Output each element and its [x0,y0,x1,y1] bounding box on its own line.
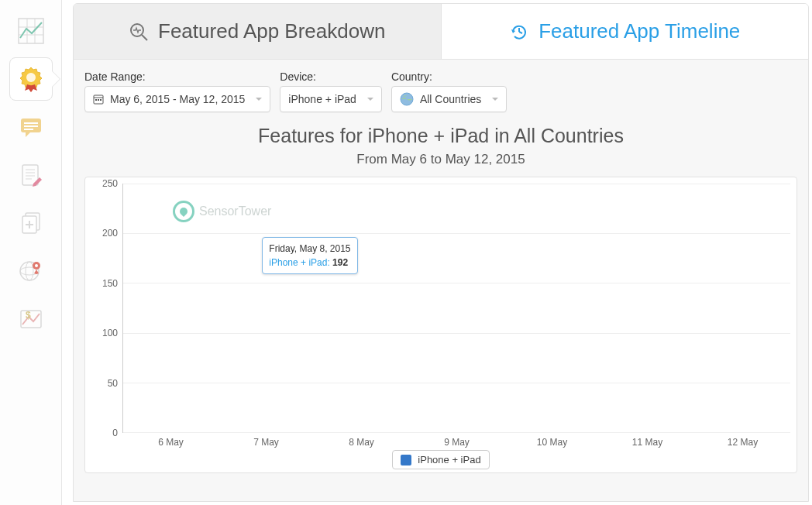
chevron-down-icon [367,98,373,101]
svg-rect-34 [98,99,99,101]
filter-device-label: Device: [280,70,382,83]
filter-country: Country: All Countries [391,70,507,112]
x-tick-label: 11 May [632,437,662,448]
chart-legend: iPhone + iPad [91,450,790,469]
tabs: Featured App Breakdown Featured App Time… [74,4,808,60]
sidebar-item-regions[interactable] [9,249,53,293]
tab-timeline-label: Featured App Timeline [538,19,740,43]
chart-bars: 6 May7 May8 May9 May10 May11 May12 May [123,184,790,432]
svg-line-30 [519,32,522,33]
globe-pin-icon [18,258,44,284]
svg-text:$: $ [26,310,31,321]
y-tick-label: 100 [102,328,118,338]
y-tick-label: 0 [112,428,118,438]
y-tick-label: 200 [102,228,118,239]
filter-date-range: Date Range: May 6, 2015 - May 12, 2015 [84,70,270,112]
award-ribbon-icon [18,66,44,92]
dollar-chart-icon: $ [18,306,44,332]
svg-point-5 [26,73,36,82]
magnifier-pulse-icon [129,22,149,42]
x-tick-label: 6 May [158,437,184,448]
gridline [123,432,790,433]
y-tick-label: 150 [102,278,118,289]
chart-grid-icon [18,18,44,44]
dropdown-date-range[interactable]: May 6, 2015 - May 12, 2015 [84,86,270,112]
speech-bubble-icon [18,114,44,140]
document-pencil-icon [18,162,44,188]
tab-breakdown-label: Featured App Breakdown [158,19,385,43]
tab-breakdown[interactable]: Featured App Breakdown [74,4,442,59]
x-tick-label: 9 May [444,437,470,448]
chart-card: 050100150200250 SensorTower 6 May7 May8 … [84,177,797,473]
chart-area: Features for iPhone + iPad in All Countr… [74,125,808,481]
filter-date-range-label: Date Range: [84,70,270,83]
dropdown-device-value: iPhone + iPad [288,93,356,105]
x-tick-label: 12 May [728,437,758,448]
sidebar-item-awards[interactable] [9,57,53,101]
chart-title: Features for iPhone + iPad in All Countr… [84,125,797,147]
gridline [123,233,790,234]
svg-point-23 [35,264,38,267]
sidebar-item-monetization[interactable]: $ [9,297,53,341]
x-tick-label: 10 May [537,437,567,448]
tab-timeline[interactable]: Featured App Timeline [442,4,809,59]
x-tick-label: 7 May [253,437,279,448]
history-clock-icon [509,22,529,42]
documents-plus-icon [18,210,44,236]
y-tick-label: 250 [102,178,118,189]
chart-subtitle: From May 6 to May 12, 2015 [84,152,797,167]
svg-rect-33 [95,99,97,101]
chart-plot[interactable]: SensorTower 6 May7 May8 May9 May10 May11… [122,184,790,433]
gridline [123,184,790,184]
chart-body: 050100150200250 SensorTower 6 May7 May8 … [91,184,790,447]
gridline [123,333,790,334]
chevron-down-icon [492,98,498,101]
gridline [123,283,790,283]
x-tick-label: 8 May [349,437,374,448]
calendar-icon [93,94,104,105]
sidebar-item-reviews[interactable] [9,105,53,149]
svg-line-27 [142,35,147,40]
legend-label: iPhone + iPad [418,454,480,465]
sidebar-item-notes[interactable] [9,153,53,197]
filter-device: Device: iPhone + iPad [280,70,382,112]
filters-bar: Date Range: May 6, 2015 - May 12, 2015 D… [74,60,808,115]
dropdown-date-range-value: May 6, 2015 - May 12, 2015 [110,93,245,105]
main-panel: Featured App Breakdown Featured App Time… [73,3,809,502]
dropdown-country-value: All Countries [420,93,481,105]
svg-rect-0 [19,19,43,43]
dropdown-country[interactable]: All Countries [391,86,507,112]
globe-icon [400,92,414,106]
sidebar-item-analytics[interactable] [9,9,53,53]
filter-country-label: Country: [391,70,507,83]
sidebar-item-compare[interactable] [9,201,53,245]
gridline [123,383,790,383]
chevron-down-icon [256,98,262,101]
y-tick-label: 50 [108,378,118,389]
legend-item-iphone-ipad[interactable]: iPhone + iPad [392,450,489,469]
y-axis: 050100150200250 [91,184,122,447]
dropdown-device[interactable]: iPhone + iPad [280,86,382,112]
sidebar: $ [0,0,62,505]
svg-rect-35 [100,99,102,101]
legend-swatch-icon [401,455,411,465]
svg-point-21 [26,262,33,280]
